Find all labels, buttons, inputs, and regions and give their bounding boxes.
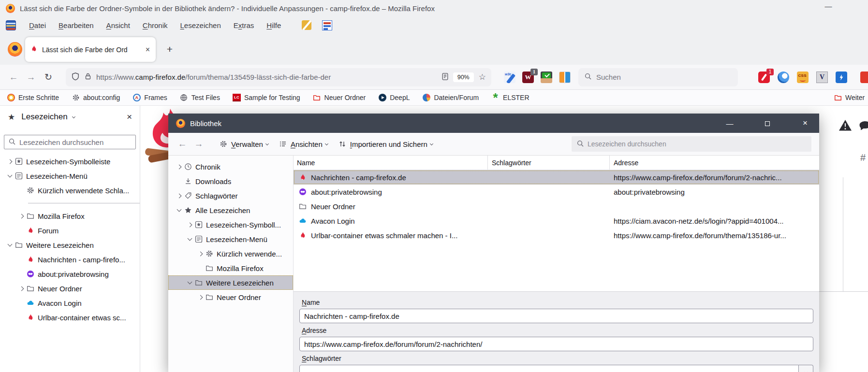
library-titlebar[interactable]: Bibliothek — × [168, 114, 819, 133]
tree-item[interactable]: Alle Lesezeichen [168, 203, 293, 217]
tree-item[interactable]: Mozilla Firefox [0, 209, 140, 223]
chevron-right-icon[interactable] [7, 159, 12, 164]
ext-green-check-icon[interactable] [541, 72, 552, 83]
tree-item[interactable]: Neuer Ordner [168, 290, 293, 304]
tree-item[interactable]: Weitere Lesezeichen [0, 238, 140, 252]
tree-item[interactable]: Lesezeichen-Menü [168, 232, 293, 246]
chevron-down-icon[interactable] [7, 242, 12, 247]
menubar-grid-icon[interactable] [322, 20, 332, 30]
tags-field[interactable] [299, 365, 799, 372]
menu-bearbeiten[interactable]: Bearbeiten [52, 19, 100, 31]
chevron-right-icon[interactable] [19, 214, 24, 218]
firefox-app-button[interactable] [8, 42, 22, 57]
bookmark-item[interactable]: about:config [72, 94, 120, 102]
sidebar-close-icon[interactable]: × [127, 112, 132, 122]
chevron-right-icon[interactable] [198, 295, 203, 300]
name-field[interactable] [299, 309, 813, 323]
ext-w-red-icon[interactable]: W1 [522, 72, 534, 83]
forward-button[interactable]: → [24, 72, 38, 83]
sidebar-search-input[interactable] [19, 138, 132, 146]
chevron-right-icon[interactable] [19, 286, 24, 291]
chevron-right-icon[interactable] [177, 193, 181, 198]
chevron-down-icon[interactable] [177, 207, 181, 212]
library-maximize-button[interactable] [761, 119, 774, 128]
bookmark-item[interactable]: Erste Schritte [7, 94, 59, 102]
library-search-input[interactable] [588, 140, 807, 148]
bookmark-row[interactable]: Avacon Loginhttps://ciam.avacon-netz.de/… [294, 214, 819, 228]
tree-item[interactable]: Neuer Ordner [0, 281, 140, 296]
tree-item[interactable]: Mozilla Firefox [168, 261, 293, 275]
menu-datei[interactable]: Datei [23, 19, 52, 31]
sidebar-search-box[interactable] [4, 135, 136, 149]
tree-item[interactable]: Lesezeichen-Symboll... [168, 217, 293, 232]
tree-item[interactable]: Kürzlich verwendete Schla... [0, 183, 140, 198]
bookmark-item[interactable]: Neuer Ordner [313, 94, 366, 102]
tree-item[interactable]: Lesezeichen-Symbolleiste [0, 154, 140, 169]
chevron-right-icon[interactable] [177, 164, 181, 169]
menu-lesezeichen[interactable]: Lesezeichen [174, 19, 227, 31]
bookmark-item[interactable]: Test Files [180, 94, 220, 102]
chevron-down-icon[interactable] [7, 173, 12, 178]
bookmark-item[interactable]: Dateien/Forum [422, 94, 479, 102]
tree-item[interactable]: Weitere Lesezeichen [168, 275, 293, 290]
library-toolbar-verwalten-button[interactable]: Verwalten [220, 140, 268, 148]
menubar-pen-icon[interactable] [302, 20, 311, 30]
url-bar[interactable]: https://www.camp-firefox.de/forum/thema/… [66, 68, 491, 86]
library-toolbar-importieren-button[interactable]: Importieren und Sichern [338, 140, 433, 148]
library-back-button[interactable]: ← [176, 139, 189, 149]
chevron-right-icon[interactable] [198, 251, 203, 256]
search-bar[interactable] [578, 68, 738, 86]
chevron-down-icon[interactable] [187, 236, 192, 241]
lock-icon[interactable] [84, 72, 92, 82]
menu-hilfe[interactable]: Hilfe [260, 19, 287, 31]
bookmark-row[interactable]: Nachrichten - camp-firefox.dehttps://www… [294, 170, 819, 185]
column-header-tags[interactable]: Schlagwörter [488, 156, 610, 170]
bookmark-item[interactable]: *ELSTER [491, 94, 529, 102]
bookmark-row[interactable]: about:privatebrowsingabout:privatebrowsi… [294, 185, 819, 199]
menu-ansicht[interactable]: Ansicht [100, 19, 136, 31]
library-search-box[interactable] [572, 136, 811, 152]
tab-close-icon[interactable]: × [145, 45, 151, 54]
clipped-extension-icon[interactable] [860, 72, 868, 83]
active-tab[interactable]: Lässt sich die Farbe der Ord × [25, 37, 156, 62]
column-header-name[interactable]: Name [294, 156, 488, 170]
ext-css-icon[interactable]: CSS [797, 72, 809, 83]
tree-item[interactable]: Nachrichten - camp-firefo... [0, 252, 140, 267]
tree-item[interactable]: Urlbar-container etwas sc... [0, 310, 140, 325]
warning-triangle-icon[interactable] [839, 119, 852, 131]
window-minimize-button[interactable]: — [822, 2, 835, 10]
menu-chronik[interactable]: Chronik [136, 19, 174, 31]
library-close-button[interactable]: × [799, 118, 811, 128]
tree-item[interactable]: Lesezeichen-Menü [0, 169, 140, 183]
shield-icon[interactable] [71, 72, 80, 82]
tree-item[interactable]: Kürzlich verwende... [168, 246, 293, 261]
tree-item[interactable]: Downloads [168, 174, 293, 188]
tree-item[interactable]: Avacon Login [0, 296, 140, 310]
tree-item[interactable]: Chronik [168, 159, 293, 174]
library-minimize-button[interactable]: — [723, 119, 736, 128]
tags-dropdown-button[interactable] [799, 365, 813, 372]
bookmark-row[interactable]: Urlbar-container etwas schmaler machen -… [294, 228, 819, 243]
library-toolbar-ansichten-button[interactable]: Ansichten [279, 140, 328, 148]
chevron-right-icon[interactable] [187, 222, 192, 227]
bookmark-star-icon[interactable]: ☆ [479, 72, 486, 82]
chat-bubble-icon[interactable] [859, 120, 868, 131]
tree-item[interactable]: Forum [0, 223, 140, 238]
bookmark-item[interactable]: Weiter [834, 94, 865, 102]
menu-extras[interactable]: Extras [227, 19, 261, 31]
app-window-icon[interactable] [6, 20, 16, 30]
column-header-address[interactable]: Adresse [610, 156, 819, 170]
tree-item[interactable]: about:privatebrowsing [0, 267, 140, 281]
bookmark-item[interactable]: DeepL [378, 94, 410, 102]
back-button[interactable]: ← [7, 72, 20, 83]
ext-bolt-blue-icon[interactable] [836, 72, 847, 83]
new-tab-button[interactable]: + [162, 42, 177, 57]
tree-item[interactable]: Schlagwörter [168, 188, 293, 203]
zoom-level-button[interactable]: 90% [453, 72, 474, 82]
ext-orange-blue-icon[interactable] [559, 72, 571, 83]
ext-red-pin-icon[interactable]: 1 [758, 72, 770, 83]
chevron-down-icon[interactable] [187, 280, 192, 285]
ext-w3c-validator-icon[interactable]: w3c [504, 72, 515, 83]
bookmark-item[interactable]: AFrames [132, 94, 167, 102]
ext-blue-swirl-icon[interactable] [778, 72, 789, 83]
